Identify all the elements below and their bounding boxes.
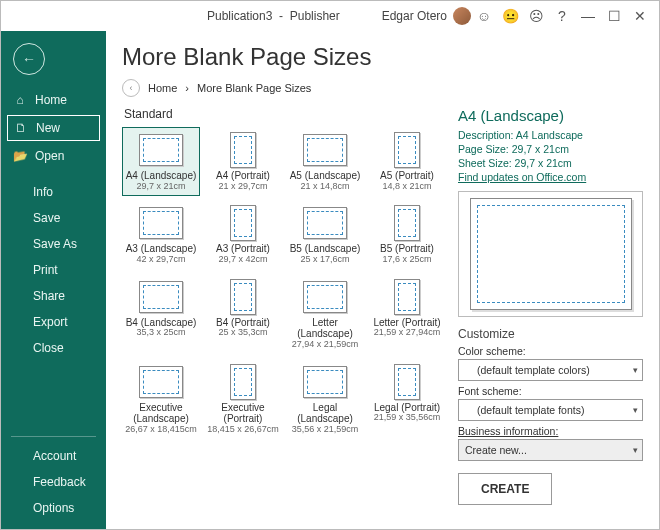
template-tile[interactable]: Legal (Landscape)35,56 x 21,59cm: [286, 359, 364, 440]
template-tile[interactable]: A3 (Portrait)29,7 x 42cm: [204, 200, 282, 269]
template-tile[interactable]: A3 (Landscape)42 x 29,7cm: [122, 200, 200, 269]
back-button[interactable]: ←: [13, 43, 45, 75]
template-dimensions: 35,56 x 21,59cm: [292, 425, 359, 435]
face-neutral-icon[interactable]: 😐: [497, 3, 523, 29]
page-thumb: [230, 364, 256, 400]
template-tile[interactable]: Letter (Landscape)27,94 x 21,59cm: [286, 274, 364, 355]
template-tile[interactable]: A4 (Portrait)21 x 29,7cm: [204, 127, 282, 196]
template-tile[interactable]: Letter (Portrait)21,59 x 27,94cm: [368, 274, 446, 355]
chevron-down-icon: ▾: [633, 405, 638, 415]
titlebar: Publication3 - Publisher Edgar Otero ☺ 😐…: [1, 1, 659, 31]
create-button[interactable]: CREATE: [458, 473, 552, 505]
office-updates-link[interactable]: Find updates on Office.com: [458, 171, 643, 183]
template-name: A5 (Portrait): [380, 170, 434, 182]
page-thumb: [139, 281, 183, 313]
nav-new[interactable]: 🗋New: [7, 115, 100, 141]
preview-page: [470, 198, 632, 310]
templates-area: Standard A4 (Landscape)29,7 x 21cmA4 (Po…: [122, 107, 446, 521]
template-dimensions: 25 x 17,6cm: [300, 255, 349, 265]
nav-home[interactable]: ⌂Home: [1, 87, 106, 113]
window-title: Publication3 - Publisher: [207, 9, 340, 23]
main-panel: More Blank Page Sizes ‹ Home › More Blan…: [106, 31, 659, 529]
page-title: More Blank Page Sizes: [122, 43, 643, 71]
backstage-sidebar: ← ⌂Home🗋New📂Open InfoSaveSave AsPrintSha…: [1, 31, 106, 529]
page-thumb: [230, 132, 256, 168]
nav-options[interactable]: Options: [1, 495, 106, 521]
template-name: Legal (Landscape): [289, 402, 361, 425]
minimize-icon[interactable]: —: [575, 3, 601, 29]
nav-save[interactable]: Save: [1, 205, 106, 231]
template-tile[interactable]: A5 (Portrait)14,8 x 21cm: [368, 127, 446, 196]
page-thumb: [303, 207, 347, 239]
breadcrumb-back-icon[interactable]: ‹: [122, 79, 140, 97]
template-dimensions: 14,8 x 21cm: [382, 182, 431, 192]
page-thumb: [394, 205, 420, 241]
nav-close[interactable]: Close: [1, 335, 106, 361]
template-dimensions: 21,59 x 27,94cm: [374, 328, 441, 338]
face-sad-icon[interactable]: ☹: [523, 3, 549, 29]
template-dimensions: 18,415 x 26,67cm: [207, 425, 279, 435]
nav-icon: 🗋: [14, 121, 28, 135]
template-dimensions: 21,59 x 35,56cm: [374, 413, 441, 423]
account-area[interactable]: Edgar Otero: [382, 7, 471, 25]
template-tile[interactable]: A4 (Landscape)29,7 x 21cm: [122, 127, 200, 196]
nav-account[interactable]: Account: [1, 443, 106, 469]
font-scheme-select[interactable]: (default template fonts)▾: [458, 399, 643, 421]
template-grid: A4 (Landscape)29,7 x 21cmA4 (Portrait)21…: [122, 127, 446, 440]
template-tile[interactable]: B5 (Portrait)17,6 x 25cm: [368, 200, 446, 269]
page-thumb: [303, 366, 347, 398]
nav-save-as[interactable]: Save As: [1, 231, 106, 257]
nav-share[interactable]: Share: [1, 283, 106, 309]
details-pane: A4 (Landscape) Description: A4 Landscape…: [458, 107, 643, 521]
template-dimensions: 17,6 x 25cm: [382, 255, 431, 265]
page-thumb: [139, 366, 183, 398]
page-thumb: [303, 281, 347, 313]
page-thumb: [394, 279, 420, 315]
page-thumb: [230, 279, 256, 315]
avatar: [453, 7, 471, 25]
template-tile[interactable]: Executive (Portrait)18,415 x 26,67cm: [204, 359, 282, 440]
template-tile[interactable]: Legal (Portrait)21,59 x 35,56cm: [368, 359, 446, 440]
face-smile-icon[interactable]: ☺: [471, 3, 497, 29]
template-dimensions: 42 x 29,7cm: [136, 255, 185, 265]
page-thumb: [394, 132, 420, 168]
color-scheme-select[interactable]: (default template colors)▾: [458, 359, 643, 381]
template-name: A4 (Portrait): [216, 170, 270, 182]
nav-info[interactable]: Info: [1, 179, 106, 205]
section-heading: Standard: [124, 107, 446, 121]
template-dimensions: 35,3 x 25cm: [136, 328, 185, 338]
nav-open[interactable]: 📂Open: [1, 143, 106, 169]
template-tile[interactable]: B5 (Landscape)25 x 17,6cm: [286, 200, 364, 269]
template-name: A5 (Landscape): [290, 170, 361, 182]
chevron-down-icon: ▾: [633, 445, 638, 455]
selected-title: A4 (Landscape): [458, 107, 643, 124]
page-thumb: [139, 134, 183, 166]
business-info-select[interactable]: Create new...▾: [458, 439, 643, 461]
template-tile[interactable]: B4 (Landscape)35,3 x 25cm: [122, 274, 200, 355]
template-tile[interactable]: A5 (Landscape)21 x 14,8cm: [286, 127, 364, 196]
nav-icon: 📂: [13, 149, 27, 163]
template-dimensions: 29,7 x 21cm: [136, 182, 185, 192]
breadcrumb-home[interactable]: Home: [148, 82, 177, 94]
template-name: Executive (Portrait): [207, 402, 279, 425]
template-dimensions: 27,94 x 21,59cm: [292, 340, 359, 350]
nav-feedback[interactable]: Feedback: [1, 469, 106, 495]
template-dimensions: 21 x 14,8cm: [300, 182, 349, 192]
template-tile[interactable]: B4 (Portrait)25 x 35,3cm: [204, 274, 282, 355]
app-window: Publication3 - Publisher Edgar Otero ☺ 😐…: [0, 0, 660, 530]
help-icon[interactable]: ?: [549, 3, 575, 29]
nav-export[interactable]: Export: [1, 309, 106, 335]
close-icon[interactable]: ✕: [627, 3, 653, 29]
page-thumb: [139, 207, 183, 239]
breadcrumb: ‹ Home › More Blank Page Sizes: [122, 79, 643, 97]
breadcrumb-current: More Blank Page Sizes: [197, 82, 311, 94]
template-name: A4 (Landscape): [126, 170, 197, 182]
template-tile[interactable]: Executive (Landscape)26,67 x 18,415cm: [122, 359, 200, 440]
page-thumb: [394, 364, 420, 400]
template-dimensions: 21 x 29,7cm: [218, 182, 267, 192]
nav-print[interactable]: Print: [1, 257, 106, 283]
page-thumb: [230, 205, 256, 241]
maximize-icon[interactable]: ☐: [601, 3, 627, 29]
preview-box: [458, 191, 643, 317]
template-dimensions: 26,67 x 18,415cm: [125, 425, 197, 435]
